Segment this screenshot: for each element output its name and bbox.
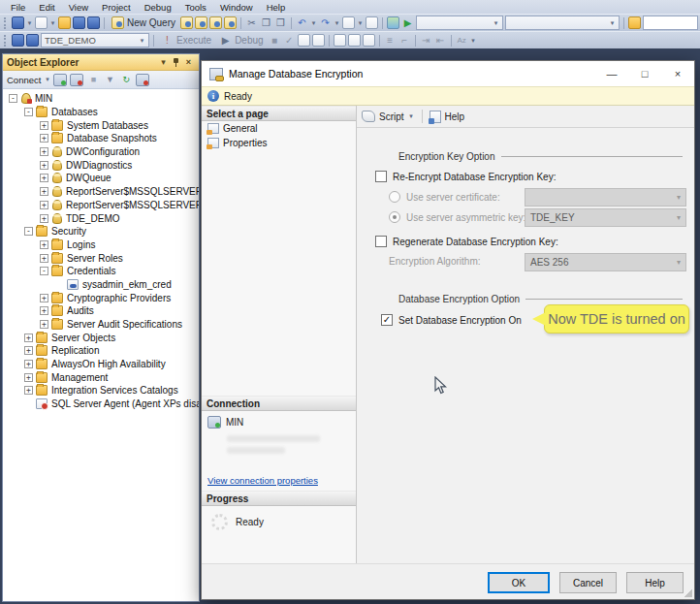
expand-icon[interactable]: + bbox=[24, 360, 33, 368]
page-item-general[interactable]: General bbox=[202, 121, 356, 136]
save-all-icon[interactable] bbox=[87, 16, 100, 29]
object-explorer-titlebar[interactable]: Object Explorer ▾ × bbox=[3, 54, 199, 71]
navigate-forward-icon[interactable] bbox=[366, 16, 378, 29]
expand-icon[interactable]: + bbox=[24, 373, 33, 382]
chevron-down-icon[interactable]: ▾ bbox=[310, 19, 317, 27]
add-item-icon[interactable] bbox=[35, 16, 48, 29]
collapse-icon[interactable]: - bbox=[9, 94, 17, 103]
toolbar-textbox[interactable] bbox=[643, 16, 698, 30]
toolbar-combo-1[interactable]: ▾ bbox=[416, 16, 503, 30]
tree-item-sql-server-agent[interactable]: SQL Server Agent (Agent XPs disabl bbox=[3, 397, 199, 411]
toolbar-drag-handle[interactable] bbox=[4, 17, 8, 29]
close-button[interactable]: × bbox=[661, 61, 694, 86]
reports-icon[interactable] bbox=[136, 74, 149, 86]
results-text-icon[interactable] bbox=[334, 34, 346, 47]
change-connection-icon[interactable] bbox=[26, 34, 39, 47]
help-button[interactable]: Help bbox=[626, 572, 684, 593]
chevron-down-icon[interactable]: ▾ bbox=[26, 19, 33, 27]
tree-item-dwqueue[interactable]: +DWQueue bbox=[3, 172, 199, 185]
tree-item-credentials[interactable]: -Credentials bbox=[3, 265, 199, 278]
close-icon[interactable]: × bbox=[182, 56, 195, 69]
filter-icon[interactable]: ▼ bbox=[103, 74, 116, 86]
tree-item-integration-services-catalogs[interactable]: +Integration Services Catalogs bbox=[3, 384, 199, 397]
set-encryption-on-checkbox[interactable]: ✓ bbox=[381, 314, 393, 326]
menu-item-help[interactable]: Help bbox=[260, 1, 293, 14]
page-item-properties[interactable]: Properties bbox=[202, 136, 356, 150]
encryption-algorithm-dropdown[interactable]: AES 256 ▾ bbox=[525, 253, 686, 271]
expand-icon[interactable]: + bbox=[40, 187, 48, 196]
undo-icon[interactable]: ↶ bbox=[296, 16, 308, 29]
tree-item-alwayson-high-availability[interactable]: +AlwaysOn High Availability bbox=[3, 358, 199, 371]
copy-icon[interactable]: ❐ bbox=[260, 16, 272, 29]
chevron-down-icon[interactable]: ▾ bbox=[44, 76, 50, 83]
database-engine-query-icon[interactable] bbox=[180, 16, 193, 29]
regenerate-checkbox[interactable] bbox=[375, 236, 387, 247]
asymmetric-key-dropdown[interactable]: TDE_KEY ▾ bbox=[525, 208, 686, 227]
cancel-button[interactable]: Cancel bbox=[559, 572, 617, 593]
menu-item-debug[interactable]: Debug bbox=[138, 1, 178, 14]
expand-icon[interactable]: + bbox=[40, 306, 48, 315]
intellisense-icon[interactable] bbox=[312, 34, 325, 47]
tree-item-server-objects[interactable]: +Server Objects bbox=[3, 331, 199, 344]
refresh-icon[interactable]: ↻ bbox=[119, 74, 133, 86]
re-encrypt-checkbox[interactable] bbox=[375, 171, 387, 182]
ok-button[interactable]: OK bbox=[488, 572, 550, 593]
tree-item-min[interactable]: -MIN bbox=[3, 92, 199, 106]
tree-item-logins[interactable]: +Logins bbox=[3, 238, 199, 252]
expand-icon[interactable]: + bbox=[40, 294, 48, 302]
help-toolbar-button[interactable]: Help bbox=[445, 111, 465, 122]
tree-item-tde-demo[interactable]: +TDE_DEMO bbox=[3, 211, 199, 225]
minimize-button[interactable]: — bbox=[595, 61, 628, 86]
maximize-button[interactable]: □ bbox=[628, 61, 661, 86]
stop-icon[interactable]: ■ bbox=[269, 34, 281, 47]
menu-item-window[interactable]: Window bbox=[213, 1, 260, 14]
tree-item-replication[interactable]: +Replication bbox=[3, 344, 199, 358]
results-file-icon[interactable] bbox=[363, 34, 375, 47]
tree-item-server-roles[interactable]: +Server Roles bbox=[3, 251, 199, 265]
expand-icon[interactable]: + bbox=[40, 214, 48, 223]
view-connection-properties-link[interactable]: View connection properties bbox=[202, 467, 356, 491]
expand-icon[interactable]: + bbox=[40, 161, 48, 170]
tree-item-system-databases[interactable]: +System Databases bbox=[3, 118, 199, 132]
window-position-icon[interactable]: ▾ bbox=[157, 56, 170, 69]
collapse-icon[interactable]: - bbox=[40, 267, 48, 275]
tree-item-reportserver-1[interactable]: +ReportServer$MSSQLSERVER bbox=[3, 185, 199, 199]
pin-icon[interactable] bbox=[170, 56, 182, 69]
debug-button[interactable]: ▶ Debug bbox=[216, 33, 266, 48]
open-folder-icon[interactable] bbox=[628, 16, 641, 29]
connect-editor-icon[interactable] bbox=[12, 34, 24, 47]
navigate-backward-icon[interactable] bbox=[342, 16, 355, 29]
specify-values-icon[interactable]: Az bbox=[456, 34, 468, 47]
menu-item-tools[interactable]: Tools bbox=[178, 1, 213, 14]
use-certificate-radio[interactable] bbox=[389, 191, 400, 203]
new-query-button[interactable]: New Query bbox=[109, 16, 178, 30]
parse-icon[interactable]: ✓ bbox=[283, 34, 296, 47]
expand-icon[interactable]: + bbox=[24, 346, 33, 355]
tree-item-management[interactable]: +Management bbox=[3, 370, 199, 384]
increase-indent-icon[interactable]: ⇥ bbox=[420, 34, 432, 47]
activity-monitor-icon[interactable] bbox=[387, 16, 399, 29]
chevron-down-icon[interactable]: ▾ bbox=[357, 19, 364, 27]
tree-item-dwdiagnostics[interactable]: +DWDiagnostics bbox=[3, 158, 199, 172]
start-icon[interactable]: ▶ bbox=[401, 16, 414, 29]
expand-icon[interactable]: + bbox=[24, 334, 33, 342]
tree-item-reportserver-2[interactable]: +ReportServer$MSSQLSERVER bbox=[3, 199, 199, 212]
tree-item-server-audit-specifications[interactable]: +Server Audit Specifications bbox=[3, 318, 199, 332]
dialog-titlebar[interactable]: Manage Database Encryption — □ × bbox=[202, 61, 694, 86]
results-grid-icon[interactable] bbox=[348, 34, 361, 47]
chevron-down-icon[interactable]: ▾ bbox=[408, 112, 415, 120]
toolbar-drag-handle[interactable] bbox=[4, 35, 8, 47]
expand-icon[interactable]: + bbox=[40, 240, 48, 249]
tree-item-dwconfiguration[interactable]: +DWConfiguration bbox=[3, 145, 199, 159]
connect-server-icon[interactable] bbox=[53, 74, 67, 86]
tree-item-databases[interactable]: -Databases bbox=[3, 106, 199, 119]
tree-item-audits[interactable]: +Audits bbox=[3, 304, 199, 318]
chevron-down-icon[interactable]: ▾ bbox=[49, 19, 56, 27]
expand-icon[interactable]: + bbox=[40, 147, 48, 156]
decrease-indent-icon[interactable]: ⇤ bbox=[434, 34, 447, 47]
expand-icon[interactable]: + bbox=[24, 386, 33, 395]
dmx-query-icon[interactable] bbox=[209, 16, 222, 29]
expand-icon[interactable]: + bbox=[40, 320, 48, 329]
collapse-icon[interactable]: - bbox=[24, 108, 33, 116]
redo-icon[interactable]: ↷ bbox=[319, 16, 332, 29]
